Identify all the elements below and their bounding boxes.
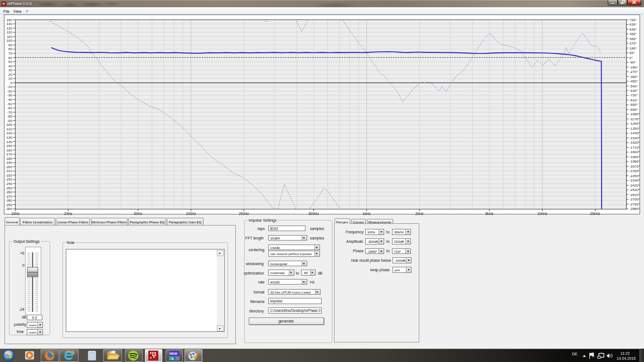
svg-text:-60: -60 [7, 106, 13, 110]
svg-text:-270: -270 [6, 194, 13, 198]
svg-text:-200: -200 [6, 165, 13, 169]
svg-text:-1890°: -1890° [630, 155, 640, 159]
svg-text:-1530°: -1530° [630, 136, 640, 140]
svg-text:-300: -300 [6, 207, 13, 211]
svg-text:-110: -110 [6, 127, 12, 131]
svg-text:540°: 540° [630, 27, 637, 31]
svg-text:20kHz: 20kHz [590, 212, 600, 215]
svg-text:5kHz: 5kHz [486, 212, 493, 215]
svg-text:-210: -210 [6, 169, 13, 173]
svg-text:-2880°: -2880° [630, 207, 640, 211]
svg-text:-150: -150 [6, 144, 13, 148]
svg-text:20Hz: 20Hz [64, 212, 72, 215]
svg-text:720°: 720° [630, 18, 637, 22]
svg-text:2kHz: 2kHz [415, 212, 423, 215]
svg-text:-1080°: -1080° [630, 112, 640, 116]
svg-text:-240: -240 [6, 182, 13, 185]
svg-text:-180: -180 [6, 156, 13, 160]
svg-text:-1350°: -1350° [630, 126, 640, 130]
svg-text:-450°: -450° [630, 79, 638, 83]
svg-text:-280: -280 [6, 198, 13, 202]
svg-text:-80: -80 [7, 114, 13, 118]
svg-text:-160: -160 [6, 148, 13, 152]
svg-text:-810°: -810° [630, 98, 638, 102]
svg-text:-1260°: -1260° [630, 121, 640, 125]
svg-text:-260: -260 [6, 190, 13, 194]
svg-text:-630°: -630° [630, 89, 638, 92]
svg-text:20: 20 [8, 72, 12, 76]
svg-text:270°: 270° [630, 41, 637, 45]
svg-text:180°: 180° [630, 46, 637, 50]
svg-text:-50: -50 [7, 102, 13, 106]
svg-text:-1800°: -1800° [630, 150, 640, 154]
svg-text:-2700°: -2700° [630, 197, 640, 201]
svg-text:80: 80 [8, 47, 12, 51]
svg-text:140: 140 [7, 22, 13, 26]
svg-text:-1440°: -1440° [630, 131, 640, 135]
svg-text:-1620°: -1620° [630, 140, 640, 144]
svg-text:-290: -290 [6, 203, 13, 207]
svg-text:100Hz: 100Hz [186, 212, 196, 215]
svg-text:-900°: -900° [630, 102, 638, 106]
svg-text:-2520°: -2520° [630, 188, 640, 192]
svg-text:-270°: -270° [630, 70, 638, 74]
svg-text:110: 110 [7, 35, 12, 38]
svg-text:30: 30 [8, 68, 12, 72]
svg-text:-2070°: -2070° [630, 164, 640, 168]
svg-text:-2250°: -2250° [630, 174, 640, 178]
svg-text:-180°: -180° [630, 65, 638, 69]
svg-text:10: 10 [8, 76, 12, 80]
svg-text:-100: -100 [6, 123, 13, 126]
svg-text:-1170°: -1170° [630, 117, 640, 121]
svg-text:-230: -230 [6, 177, 13, 181]
svg-text:-540°: -540° [630, 84, 638, 88]
svg-text:360°: 360° [630, 37, 637, 41]
svg-text:REW: REW [170, 352, 177, 355]
svg-text:1kHz: 1kHz [362, 212, 370, 215]
svg-text:-70: -70 [7, 110, 13, 114]
svg-text:-40: -40 [7, 97, 13, 101]
svg-text:-2430°: -2430° [630, 183, 640, 187]
svg-text:-140: -140 [6, 140, 13, 144]
svg-text:-2790°: -2790° [630, 202, 640, 206]
svg-text:-720°: -720° [630, 93, 638, 97]
svg-text:-250: -250 [6, 186, 13, 190]
svg-text:450°: 450° [630, 32, 637, 36]
svg-text:-2340°: -2340° [630, 178, 640, 182]
svg-text:120: 120 [7, 30, 13, 34]
svg-text:-10: -10 [7, 85, 13, 89]
svg-text:-2610°: -2610° [630, 193, 640, 197]
svg-text:-990°: -990° [630, 107, 638, 111]
svg-text:0°: 0° [630, 56, 633, 60]
svg-text:10kHz: 10kHz [538, 212, 548, 215]
svg-text:-90°: -90° [630, 60, 636, 64]
svg-text:-90: -90 [7, 119, 13, 123]
svg-text:-1980°: -1980° [630, 159, 640, 163]
svg-text:60: 60 [8, 56, 12, 60]
svg-text:10Hz: 10Hz [11, 212, 20, 215]
svg-text:-120: -120 [6, 131, 13, 135]
svg-text:130: 130 [7, 26, 13, 30]
svg-text:-2160°: -2160° [630, 169, 640, 173]
svg-text:630°: 630° [630, 22, 637, 26]
svg-text:70: 70 [8, 51, 12, 55]
svg-text:-190: -190 [6, 160, 13, 164]
svg-text:50: 50 [8, 60, 12, 63]
svg-text:-30: -30 [7, 93, 13, 97]
svg-text:-20: -20 [7, 89, 13, 93]
svg-text:500Hz: 500Hz [309, 212, 319, 215]
svg-text:-1710°: -1710° [630, 145, 640, 149]
svg-text:-130: -130 [6, 135, 13, 139]
svg-text:90°: 90° [630, 51, 635, 55]
svg-text:200Hz: 200Hz [239, 212, 249, 215]
svg-text:90: 90 [8, 43, 12, 47]
svg-text:150: 150 [7, 18, 13, 22]
svg-text:0: 0 [11, 81, 13, 85]
svg-text:50Hz: 50Hz [134, 212, 142, 215]
svg-text:-170: -170 [6, 152, 13, 156]
svg-text:40: 40 [8, 64, 12, 68]
svg-text:-220: -220 [6, 173, 13, 177]
svg-text:-360°: -360° [630, 75, 638, 79]
svg-text:100: 100 [7, 38, 13, 42]
